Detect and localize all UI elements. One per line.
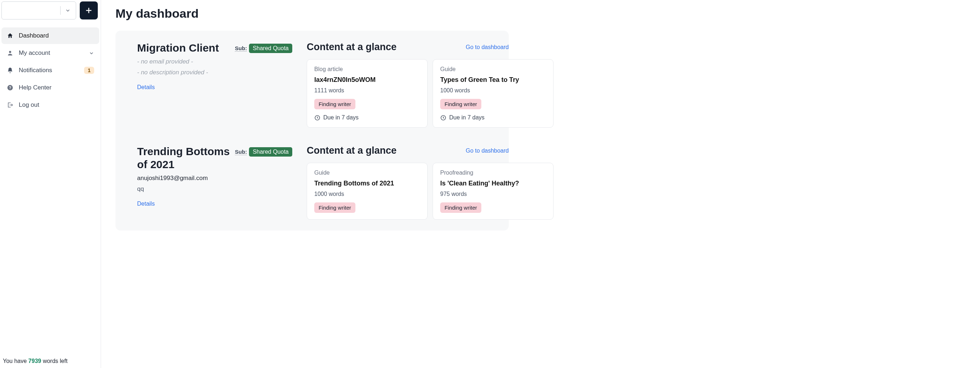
clock-icon (314, 115, 320, 121)
client-info: Trending Bottoms of 2021 Sub: Shared Quo… (137, 145, 292, 220)
client-name: Trending Bottoms of 2021 (137, 145, 230, 171)
glance-title: Content at a glance (307, 41, 396, 53)
due-text: Due in 7 days (449, 115, 485, 121)
divider (60, 6, 60, 15)
main-content: My dashboard Migration Client Sub: Share… (101, 0, 980, 368)
sidebar-item-help[interactable]: ? Help Center (2, 80, 99, 96)
sidebar-item-label: Help Center (19, 84, 94, 91)
help-icon: ? (6, 84, 14, 91)
quota-badge: Shared Quota (249, 147, 292, 156)
clock-icon (440, 115, 446, 121)
due-text: Due in 7 days (323, 115, 359, 121)
add-button[interactable] (80, 2, 98, 19)
client-email: anujoshi1993@gmail.com (137, 175, 292, 182)
status-badge: Finding writer (440, 99, 481, 109)
sub-label: Sub: (235, 149, 247, 155)
sidebar-item-account[interactable]: My account (2, 45, 99, 61)
due-row: Due in 7 days (440, 115, 546, 121)
logout-icon (6, 102, 14, 108)
card-words: 975 words (440, 191, 546, 198)
quota-badge: Shared Quota (249, 44, 292, 53)
card-title: Iax4rnZN0In5oWOM (314, 76, 420, 84)
card-type: Guide (314, 170, 420, 176)
home-icon (6, 32, 14, 39)
due-row: Due in 7 days (314, 115, 420, 121)
clients-panel: Migration Client Sub: Shared Quota - no … (116, 31, 509, 231)
card-type: Proofreading (440, 170, 546, 176)
sidebar-item-dashboard[interactable]: Dashboard (2, 27, 99, 44)
card-type: Guide (440, 66, 546, 73)
content-card[interactable]: Proofreading Is 'Clean Eating' Healthy? … (433, 163, 554, 220)
card-title: Trending Bottoms of 2021 (314, 180, 420, 187)
sidebar-item-label: Notifications (19, 67, 79, 74)
client-email: - no email provided - (137, 58, 292, 65)
words-left-text: You have 7939 words left (2, 358, 99, 366)
content-glance: Content at a glance Go to dashboard Guid… (307, 145, 509, 220)
sidebar-top (2, 2, 99, 24)
svg-point-2 (9, 51, 11, 53)
client-description: - no description provided - (137, 69, 292, 76)
client-info: Migration Client Sub: Shared Quota - no … (137, 41, 292, 128)
status-badge: Finding writer (440, 202, 481, 213)
workspace-selector[interactable] (2, 2, 76, 19)
sidebar-item-notifications[interactable]: Notifications 1 (2, 62, 99, 79)
sidebar-item-label: Log out (19, 101, 94, 108)
client-description: qq (137, 185, 292, 193)
client-row: Migration Client Sub: Shared Quota - no … (137, 41, 509, 128)
card-title: Is 'Clean Eating' Healthy? (440, 180, 546, 187)
chevron-down-icon (89, 51, 94, 56)
subscription-wrap: Sub: Shared Quota (235, 147, 292, 156)
plus-icon (85, 6, 93, 14)
goto-dashboard-link[interactable]: Go to dashboard (466, 148, 509, 154)
card-words: 1111 words (314, 87, 420, 94)
nav-list: Dashboard My account Notifications 1 (2, 27, 99, 113)
card-title: Types of Green Tea to Try (440, 76, 546, 84)
content-card[interactable]: Guide Trending Bottoms of 2021 1000 word… (307, 163, 428, 220)
status-badge: Finding writer (314, 202, 355, 213)
subscription-wrap: Sub: Shared Quota (235, 44, 292, 53)
sidebar-item-logout[interactable]: Log out (2, 97, 99, 113)
details-link[interactable]: Details (137, 201, 155, 207)
content-glance: Content at a glance Go to dashboard Blog… (307, 41, 509, 128)
details-link[interactable]: Details (137, 84, 155, 91)
sidebar-item-label: My account (19, 49, 84, 57)
user-icon (6, 50, 14, 56)
card-type: Blog article (314, 66, 420, 73)
card-words: 1000 words (440, 87, 546, 94)
client-name: Migration Client (137, 41, 219, 54)
client-row: Trending Bottoms of 2021 Sub: Shared Quo… (137, 145, 509, 220)
svg-text:?: ? (9, 86, 11, 90)
goto-dashboard-link[interactable]: Go to dashboard (466, 44, 509, 51)
bell-icon (6, 67, 14, 73)
chevron-down-icon (65, 8, 71, 13)
content-card[interactable]: Guide Types of Green Tea to Try 1000 wor… (433, 59, 554, 128)
status-badge: Finding writer (314, 99, 355, 109)
sub-label: Sub: (235, 45, 247, 52)
page-title: My dashboard (116, 6, 980, 21)
notification-badge: 1 (84, 67, 94, 74)
card-words: 1000 words (314, 191, 420, 198)
content-card[interactable]: Blog article Iax4rnZN0In5oWOM 1111 words… (307, 59, 428, 128)
sidebar: Dashboard My account Notifications 1 (0, 0, 101, 368)
sidebar-item-label: Dashboard (19, 32, 94, 39)
glance-title: Content at a glance (307, 145, 396, 156)
